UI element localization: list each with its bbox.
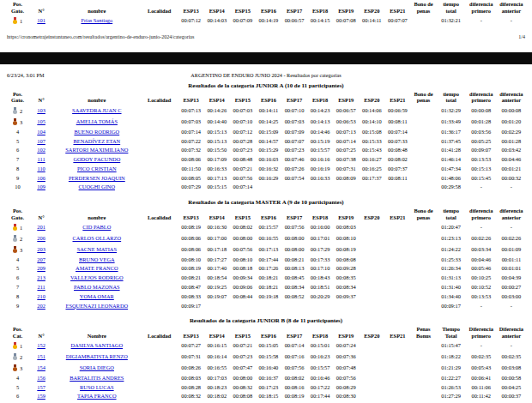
- result-row: 1101Frías Santiago00:07:1200:14:0300:07:…: [6, 15, 526, 27]
- rider-name-link[interactable]: CARLOS OLLARZO: [73, 235, 122, 241]
- results-table-junior-a: Pos. Gato.N°nombreLocalidadESP13ESP14ESP…: [6, 90, 526, 192]
- rider-number-link[interactable]: 201: [37, 224, 45, 230]
- rider-name-link[interactable]: RUSO LUCAS: [80, 384, 114, 390]
- esp-time-cell: 00:08:00: [281, 244, 307, 256]
- rider-name-link[interactable]: ESQUENAZI LEONARDO: [66, 303, 129, 309]
- column-header: Localidad: [140, 90, 178, 105]
- rider-number-link[interactable]: 152: [37, 342, 45, 348]
- column-header: ESP21: [384, 325, 410, 340]
- rider-name-cell: PERDERSEN JOAQUIN: [53, 173, 140, 183]
- esp-time-cell: 00:15:57: [307, 363, 333, 374]
- rider-name-link[interactable]: VALLEJOS RODRIGO: [70, 274, 123, 280]
- rider-number-link[interactable]: 203: [37, 246, 45, 252]
- rider-number-link[interactable]: 202: [37, 303, 45, 309]
- rider-name-link[interactable]: SAAVEDRA JUAN C: [72, 107, 121, 113]
- diff-previous-cell: 00:02:26: [497, 233, 526, 244]
- rider-name-link[interactable]: SARTORI MAXIMILIANO: [65, 147, 128, 153]
- results-table-master-a: Pos. Gato.N°nombreLocalidadESP13ESP14ESP…: [6, 207, 526, 310]
- rider-name-link[interactable]: DASILVA SANTIAGO: [71, 342, 124, 348]
- rider-name-link[interactable]: DIGIAMBATISTA RENZO: [66, 353, 128, 359]
- rider-number-link[interactable]: 157: [37, 384, 45, 390]
- rider-name-cell: CUOGHI GINO: [53, 183, 140, 192]
- esp-time-cell: [359, 301, 384, 310]
- esp-time-cell: [359, 352, 384, 363]
- rider-number-link[interactable]: 105: [37, 118, 45, 124]
- esp-time-cell: [359, 374, 384, 383]
- esp-time-cell: 00:08:08: [230, 392, 256, 401]
- column-header: N°: [29, 207, 53, 222]
- diff-first-cell: 00:03:56: [466, 128, 497, 137]
- rider-name-link[interactable]: CUOGHI GINO: [79, 183, 115, 189]
- rider-number-link[interactable]: 103: [37, 107, 45, 113]
- rider-name-link[interactable]: TAPIA FRANCO: [77, 393, 116, 399]
- rider-number-link[interactable]: 102: [37, 147, 45, 153]
- bono-penas-cell: [410, 292, 436, 302]
- rider-number-link[interactable]: 207: [37, 256, 45, 262]
- rider-number-link[interactable]: 206: [37, 235, 45, 241]
- esp-time-cell: 00:07:24: [333, 340, 359, 352]
- column-header: Tiempo Total: [437, 325, 466, 340]
- rider-number-link[interactable]: 154: [37, 364, 45, 370]
- localidad-cell: [140, 183, 178, 192]
- esp-time-cell: 00:07:47: [230, 363, 256, 374]
- bono-penas-cell: [410, 105, 436, 117]
- esp-time-cell: [359, 283, 384, 292]
- rider-number-link[interactable]: 101: [37, 17, 45, 23]
- rider-number-cell: 202: [29, 301, 53, 310]
- rider-number-link[interactable]: 110: [37, 165, 45, 171]
- esp-time-cell: [359, 255, 384, 264]
- rider-number-link[interactable]: 109: [37, 183, 45, 189]
- page-separator-bar: [0, 52, 532, 64]
- rider-name-cell: PABLO MAZONAS: [53, 283, 140, 292]
- esp-time-cell: 00:17:13: [204, 173, 230, 183]
- rider-name-link[interactable]: BRUNO VEGA: [79, 256, 115, 262]
- bono-penas-cell: [410, 374, 436, 383]
- rider-number-cell: 109: [29, 183, 53, 192]
- rider-name-cell: Frías Santiago: [53, 15, 140, 27]
- diff-first-cell: 00:03:34: [466, 244, 497, 256]
- rider-number-link[interactable]: 151: [37, 353, 45, 359]
- column-header: ESP16: [256, 90, 281, 105]
- rider-name-link[interactable]: SORIA DIEGO: [80, 364, 114, 370]
- rider-name-link[interactable]: PICO CRISTIAN: [77, 165, 117, 171]
- column-header: ESP19: [333, 90, 359, 105]
- column-header: ESP15: [230, 0, 256, 15]
- rider-number-link[interactable]: 159: [37, 393, 45, 399]
- rider-name-link[interactable]: PABLO MAZONAS: [74, 284, 120, 290]
- esp-time-cell: 00:18:21: [256, 283, 281, 292]
- rider-number-link[interactable]: 111: [38, 156, 45, 162]
- rider-name-cell: CID PABLO: [53, 222, 140, 233]
- rider-name-link[interactable]: YOMA OMAR: [80, 293, 114, 299]
- position-cell: 9: [6, 173, 29, 183]
- rider-number-link[interactable]: 210: [37, 293, 45, 299]
- column-header: ESP20: [359, 90, 384, 105]
- rider-name-link[interactable]: AMATE FRANCO: [76, 265, 118, 271]
- column-header: ESP13: [178, 207, 204, 222]
- rider-number-link[interactable]: 213: [37, 274, 45, 280]
- rider-number-link[interactable]: 156: [37, 375, 45, 381]
- rider-number-link[interactable]: 211: [37, 284, 45, 290]
- esp-time-cell: 00:20:29: [307, 292, 333, 302]
- rider-number-cell: 103: [29, 105, 53, 117]
- esp-time-cell: 00:18:43: [307, 274, 333, 283]
- rider-number-link[interactable]: 209: [37, 265, 45, 271]
- rider-name-link[interactable]: BARTALITIS ANDRES: [70, 375, 124, 381]
- esp-time-cell: [384, 392, 410, 401]
- rider-number-link[interactable]: 106: [37, 175, 45, 181]
- rider-number-link[interactable]: 104: [37, 129, 45, 135]
- esp-time-cell: 00:16:37: [256, 374, 281, 383]
- rider-name-link[interactable]: GODOY FACUNDO: [73, 156, 120, 162]
- esp-time-cell: 00:08:45: [281, 274, 307, 283]
- rider-name-link[interactable]: CID PABLO: [82, 224, 111, 230]
- rider-number-link[interactable]: 107: [37, 138, 45, 144]
- esp-time-cell: 00:14:03: [204, 15, 230, 27]
- column-header: Bono de penas: [410, 207, 436, 222]
- rider-name-link[interactable]: Frías Santiago: [81, 17, 112, 23]
- esp-time-cell: 00:18:54: [204, 274, 230, 283]
- rider-name-link[interactable]: PERDERSEN JOAQUIN: [69, 175, 125, 181]
- rider-name-link[interactable]: SACNE MATIAS: [77, 246, 117, 252]
- rider-name-link[interactable]: BENADÍVEZ ETAN: [73, 138, 120, 144]
- rider-number-cell: 210: [29, 292, 53, 302]
- rider-name-link[interactable]: AMELIA TOMÁS: [76, 118, 118, 124]
- rider-name-link[interactable]: BUENO RODRIGO: [74, 129, 119, 135]
